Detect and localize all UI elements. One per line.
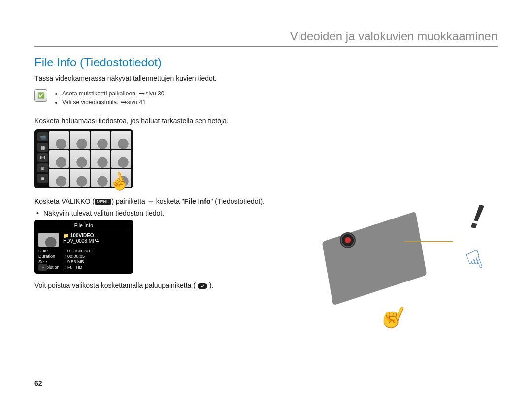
page-number: 62 (34, 379, 42, 387)
exit-text: Voit poistua valikosta koskettamalla pal… (34, 281, 291, 289)
chapter-title: Videoiden ja valokuvien muokkaaminen (34, 30, 498, 47)
intro-text: Tässä videokamerassa näkyvät tallennettu… (34, 74, 291, 82)
menu-icon: ≡ (37, 174, 48, 183)
goto-arrow-icon: ➥ (120, 98, 127, 107)
manual-page: Videoiden ja valokuvien muokkaaminen Fil… (0, 0, 532, 406)
file-info-screenshot: File Info 📁 100VIDEO HDV_0008.MP4 Date01… (34, 220, 133, 274)
camera-illustration: ! ☟ ☝ (300, 207, 498, 330)
mode-icon: 📹 (37, 132, 48, 141)
prerequisite-box: ✅ Aseta muistikortti paikalleen. ➥sivu 3… (34, 89, 291, 107)
file-info-title: File Info (38, 223, 129, 230)
touch-hand-icon: ☝ (375, 298, 411, 334)
thumbnail-grid-screenshot: 📹 ▦ 🎞 🗑 ≡ ☝ (34, 129, 133, 188)
section-title: File Info (Tiedostotiedot) (34, 56, 291, 69)
prereq-item: Valitse videotoistotila. ➥sivu 41 (62, 98, 164, 107)
trash-icon: 🗑 (37, 163, 48, 172)
return-button-chip: ⤶ (198, 283, 207, 289)
file-thumbnail (38, 233, 59, 247)
prerequisite-list: Aseta muistikortti paikalleen. ➥sivu 30 … (53, 89, 164, 107)
exclamation-icon: ! (468, 196, 486, 237)
file-folder: 📁 100VIDEO (63, 233, 129, 238)
step-text: Kosketa haluamaasi tiedostoa, jos haluat… (34, 117, 291, 125)
check-icon: ✅ (34, 89, 47, 102)
thumb-size-icon: ▦ (37, 143, 48, 152)
prereq-item: Aseta muistikortti paikalleen. ➥sivu 30 (62, 89, 164, 98)
film-icon: 🎞 (37, 153, 48, 162)
lens-icon (340, 232, 356, 248)
menu-button-chip: MENU (95, 199, 112, 205)
goto-arrow-icon: ➥ (139, 89, 145, 98)
sub-bullet: Näkyviin tulevat valitun tiedoston tiedo… (34, 209, 291, 217)
file-info-rows: Date01.JAN.2011 Duration00:00:05 Size9.5… (38, 249, 129, 270)
back-icon: ⤶ (38, 264, 47, 271)
file-name: HDV_0008.MP4 (63, 238, 129, 244)
cursor-hand-icon: ☟ (463, 244, 488, 277)
step-text: Kosketa VALIKKO (MENU) painiketta → kosk… (34, 197, 291, 205)
